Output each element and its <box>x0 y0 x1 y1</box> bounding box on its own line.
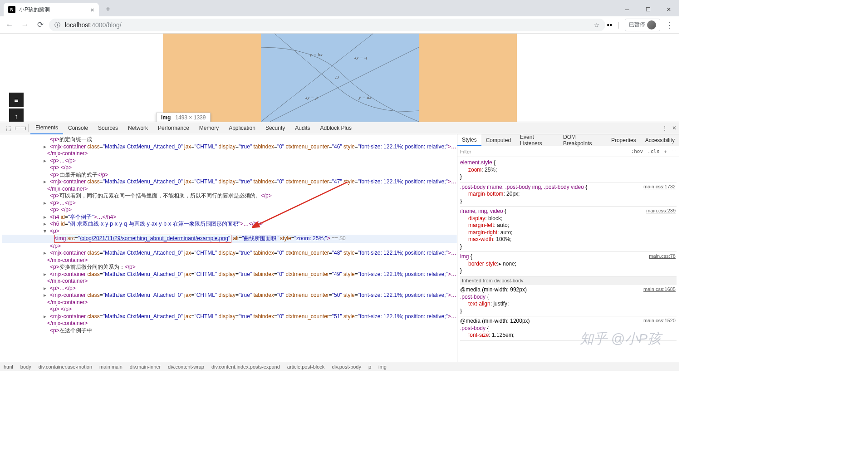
tab-adblock[interactable]: Adblock Plus <box>315 122 357 134</box>
css-rules[interactable]: element.style {zoom: 25%;} main.css:1732… <box>457 157 679 362</box>
eq-xy-p: xy = p <box>305 94 318 100</box>
browser-menu-icon[interactable]: ⋮ <box>666 20 674 30</box>
hov-toggle[interactable]: :hov <box>631 148 643 154</box>
breadcrumb[interactable]: htmlbodydiv.container.use-motionmain.mai… <box>0 362 679 371</box>
tab-event-listeners[interactable]: Event Listeners <box>515 134 559 146</box>
reload-button[interactable]: ⟳ <box>34 18 47 32</box>
math-plot <box>261 34 419 122</box>
devtools-tabbar: ⬚ ⫍⫎ Elements Console Sources Network Pe… <box>0 122 679 134</box>
elements-panel[interactable]: <p>的定向统一成 ▸<mjx-container class="MathJax… <box>0 134 457 362</box>
forward-button[interactable]: → <box>18 18 32 32</box>
menu-icon[interactable]: ≡ <box>9 93 24 107</box>
extension-icon[interactable]: ▪▪ <box>607 21 612 29</box>
tab-network[interactable]: Network <box>123 122 153 134</box>
device-toggle-icon[interactable]: ⫍⫎ <box>15 125 26 132</box>
filter-input[interactable] <box>460 149 627 154</box>
tab-sources[interactable]: Sources <box>93 122 123 134</box>
styles-filter: :hov .cls + ⋯ <box>457 146 679 157</box>
window-controls: ─ ☐ ✕ <box>617 3 679 16</box>
tab-security[interactable]: Security <box>260 122 290 134</box>
maximize-button[interactable]: ☐ <box>638 3 658 16</box>
element-tooltip: img1493 × 1339 <box>156 113 211 123</box>
selected-dom-node[interactable]: <img src="/blog/2021/11/29/something_abo… <box>2 235 457 243</box>
tab-console[interactable]: Console <box>63 122 93 134</box>
tab-elements[interactable]: Elements <box>30 122 63 134</box>
devtools-close-icon[interactable]: ✕ <box>672 125 677 131</box>
inspect-icon[interactable]: ⬚ <box>3 125 15 132</box>
minimize-button[interactable]: ─ <box>617 3 638 16</box>
tab-close-icon[interactable]: × <box>90 6 94 14</box>
window-titlebar: N 小P孩的脑洞 × + ─ ☐ ✕ <box>0 0 679 16</box>
paused-badge[interactable]: 已暂停 <box>625 19 660 31</box>
bookmark-icon[interactable]: ☆ <box>594 21 600 29</box>
tab-computed[interactable]: Computed <box>481 134 515 146</box>
tab-accessibility[interactable]: Accessibility <box>641 134 679 146</box>
tab-favicon: N <box>8 6 15 13</box>
cls-toggle[interactable]: .cls <box>647 148 660 154</box>
more-icon[interactable]: ⋯ <box>672 148 677 154</box>
close-window-button[interactable]: ✕ <box>658 3 679 16</box>
tab-memory[interactable]: Memory <box>194 122 224 134</box>
tab-audits[interactable]: Audits <box>290 122 315 134</box>
address-bar: ← → ⟳ ⓘ localhost:4000/blog/ ☆ ▪▪ | 已暂停 … <box>0 16 679 34</box>
tab-title: 小P孩的脑洞 <box>19 6 50 14</box>
back-button[interactable]: ← <box>3 18 16 32</box>
devtools-menu-icon[interactable]: ⋮ <box>662 125 667 131</box>
devtools: ⬚ ⫍⫎ Elements Console Sources Network Pe… <box>0 122 679 371</box>
eq-y-bx: y = bx <box>310 52 323 57</box>
new-style-icon[interactable]: + <box>664 149 667 154</box>
eq-xy-q: xy = q <box>354 54 367 60</box>
page-side-buttons: ≡ ↑ <box>9 93 24 124</box>
avatar-icon <box>647 20 656 30</box>
figure: y = bx xy = q D xy = p y = ax <box>163 34 517 122</box>
tab-styles[interactable]: Styles <box>457 134 481 146</box>
tab-dom-breakpoints[interactable]: DOM Breakpoints <box>559 134 607 146</box>
tab-application[interactable]: Application <box>224 122 260 134</box>
page-content: y = bx xy = q D xy = p y = ax ≡ ↑ img149… <box>0 34 679 122</box>
scroll-top-icon[interactable]: ↑ <box>9 108 24 123</box>
styles-tabbar: Styles Computed Event Listeners DOM Brea… <box>457 134 679 146</box>
styles-panel: Styles Computed Event Listeners DOM Brea… <box>457 134 679 362</box>
tab-performance[interactable]: Performance <box>153 122 194 134</box>
url-input[interactable]: ⓘ localhost:4000/blog/ ☆ <box>49 19 605 31</box>
browser-tab[interactable]: N 小P孩的脑洞 × <box>4 3 99 16</box>
new-tab-button[interactable]: + <box>102 3 114 15</box>
eq-D: D <box>335 74 339 80</box>
tab-properties[interactable]: Properties <box>607 134 641 146</box>
site-info-icon[interactable]: ⓘ <box>54 21 60 29</box>
eq-y-ax: y = ax <box>359 94 372 100</box>
